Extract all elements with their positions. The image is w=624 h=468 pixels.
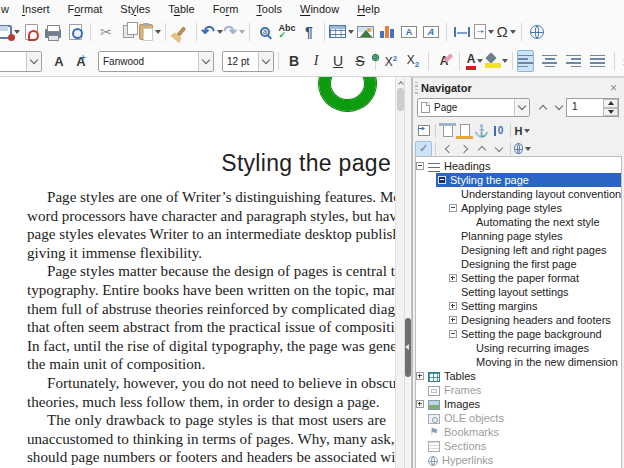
redo-dropdown-arrow[interactable] — [239, 30, 245, 34]
undo-button[interactable]: ↶ — [201, 20, 223, 44]
nav-tree-item[interactable]: Designing the first page — [416, 257, 621, 271]
paragraph-style-combo[interactable] — [0, 51, 42, 72]
clone-formatting-button[interactable] — [170, 20, 192, 44]
paste-dropdown-arrow[interactable] — [155, 30, 161, 34]
panel-grip-icon[interactable] — [415, 82, 418, 94]
menu-item-table[interactable]: Table — [159, 2, 203, 16]
expand-icon[interactable] — [449, 302, 457, 310]
drag-mode-button[interactable] — [514, 141, 531, 157]
next-page-button[interactable] — [551, 100, 566, 115]
heading-levels-dropdown-arrow[interactable] — [524, 129, 530, 133]
set-reminder-button[interactable]: 0 — [490, 123, 507, 139]
superscript-button[interactable]: X2 — [380, 49, 402, 73]
expand-icon[interactable] — [416, 372, 424, 380]
menu-item-window[interactable]: Window — [291, 2, 348, 16]
anchor-text-button[interactable]: ⚓ — [473, 123, 490, 139]
align-center-button[interactable] — [541, 50, 558, 72]
nav-tree-item[interactable]: Automating the next style — [416, 215, 621, 229]
save-button[interactable] — [0, 20, 20, 44]
font-color-button[interactable]: A — [464, 49, 486, 73]
insert-field-button[interactable] — [473, 20, 495, 44]
sidebar-splitter[interactable] — [404, 77, 412, 468]
collapse-icon[interactable] — [449, 204, 457, 212]
document-canvas[interactable]: Styling the page Page styles are one of … — [0, 77, 395, 468]
scrollbar-up-arrow[interactable] — [397, 79, 404, 87]
special-character-dropdown-arrow[interactable] — [510, 30, 516, 34]
copy-button[interactable] — [117, 20, 139, 44]
sidebar-hide-handle[interactable] — [405, 318, 411, 377]
highlight-dropdown-arrow[interactable] — [502, 59, 508, 63]
insert-textbox-button[interactable]: A — [398, 20, 420, 44]
nav-tree-item[interactable]: Moving in the new dimension — [416, 355, 621, 369]
insert-chart-button[interactable] — [376, 20, 398, 44]
formatting-marks-button[interactable]: ¶ — [298, 20, 320, 44]
bold-button[interactable]: B — [283, 49, 305, 73]
redo-button[interactable]: ↷ — [223, 20, 245, 44]
spelling-button[interactable]: Abc✓ — [276, 20, 298, 44]
print-button[interactable] — [42, 20, 64, 44]
collapse-icon[interactable] — [438, 176, 446, 184]
italic-button[interactable]: I — [305, 49, 327, 73]
heading-levels-button[interactable]: H — [514, 123, 531, 139]
menu-item-format[interactable]: Format — [58, 2, 111, 16]
nav-tree-item[interactable]: Applying page styles — [416, 201, 621, 215]
nav-tree-item-styling-the-page[interactable]: Styling the page — [416, 173, 621, 187]
navigate-by-combo[interactable]: Page — [417, 98, 530, 117]
find-replace-button[interactable]: a — [254, 20, 276, 44]
green-circle-drawing[interactable] — [319, 77, 376, 111]
justify-button[interactable] — [589, 50, 606, 72]
previous-item-button[interactable] — [439, 141, 456, 157]
strikethrough-button[interactable]: S — [349, 49, 371, 73]
next-item-button[interactable] — [456, 141, 473, 157]
nav-tree-item[interactable]: Setting the paper format — [416, 271, 621, 285]
navigator-titlebar[interactable]: Navigator × — [413, 80, 624, 96]
show-draw-functions-button[interactable]: A — [420, 20, 442, 44]
menu-item-help[interactable]: Help — [348, 2, 389, 16]
cut-button[interactable]: ✂ — [95, 20, 117, 44]
menu-item-view-partial[interactable]: w — [0, 2, 13, 16]
nav-tree-item[interactable]: Using recurring images — [416, 341, 621, 355]
insert-special-character-button[interactable]: Ω — [495, 20, 517, 44]
list-box-toggle-button[interactable]: ✓ — [415, 141, 432, 157]
demote-chapter-button[interactable] — [490, 141, 507, 157]
drag-mode-dropdown-arrow[interactable] — [525, 147, 531, 151]
navigator-content-tree[interactable]: Headings Styling the page Understanding … — [415, 156, 622, 468]
nav-tree-item-headings[interactable]: Headings — [416, 159, 621, 173]
nav-tree-item-bookmarks[interactable]: ⚑Bookmarks — [416, 425, 621, 439]
previous-page-button[interactable] — [535, 100, 550, 115]
insert-page-break-button[interactable] — [451, 20, 473, 44]
toggle-master-view-button[interactable] — [415, 123, 432, 139]
page-number-spinner[interactable]: 1 — [566, 98, 619, 117]
nav-tree-item-tables[interactable]: Tables — [416, 369, 621, 383]
align-right-button[interactable] — [565, 50, 582, 72]
align-left-button[interactable] — [517, 50, 534, 72]
highlight-color-button[interactable] — [486, 49, 508, 73]
menu-item-tools[interactable]: Tools — [247, 2, 291, 16]
expand-icon[interactable] — [416, 400, 424, 408]
font-name-dropdown[interactable] — [198, 52, 213, 71]
expand-icon[interactable] — [449, 274, 457, 282]
nav-tree-item-hyperlinks[interactable]: Hyperlinks — [416, 453, 621, 467]
nav-tree-item[interactable]: Understanding layout conventions — [416, 187, 621, 201]
panel-close-button[interactable]: × — [610, 80, 617, 96]
page-number-value[interactable]: 1 — [567, 99, 603, 116]
footer-button[interactable] — [456, 123, 473, 139]
export-pdf-button[interactable] — [20, 20, 42, 44]
nav-tree-item[interactable]: Planning page styles — [416, 229, 621, 243]
menu-item-form[interactable]: Form — [204, 2, 248, 16]
spin-down-button[interactable] — [603, 108, 618, 117]
nav-tree-item-ole-objects[interactable]: OLE objects — [416, 411, 621, 425]
collapse-icon[interactable] — [449, 330, 457, 338]
update-style-button[interactable]: A — [48, 49, 70, 73]
menu-item-insert[interactable]: Insert — [13, 2, 59, 16]
expand-icon[interactable] — [449, 316, 457, 324]
navigate-by-dropdown[interactable] — [514, 99, 529, 116]
font-color-dropdown-arrow[interactable] — [477, 59, 483, 63]
insert-image-button[interactable] — [354, 20, 376, 44]
promote-chapter-button[interactable] — [473, 141, 490, 157]
menu-item-styles[interactable]: Styles — [111, 2, 159, 16]
nav-tree-item[interactable]: Designing left and right pages — [416, 243, 621, 257]
font-name-combo[interactable]: Fanwood — [98, 51, 214, 72]
nav-tree-item[interactable]: Setting margins — [416, 299, 621, 313]
font-size-dropdown[interactable] — [258, 52, 273, 71]
